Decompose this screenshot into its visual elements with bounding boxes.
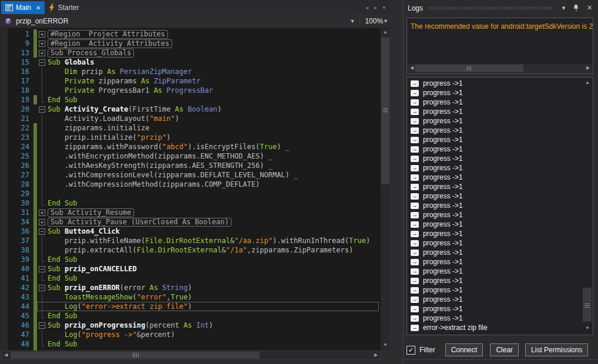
log-entry[interactable]: →progress ->1 bbox=[407, 173, 593, 182]
code-line-42[interactable]: 42−Sub przip_onERROR(error As String) bbox=[0, 283, 381, 292]
code-line-15[interactable]: 15−Sub Globals bbox=[0, 58, 381, 67]
log-entry[interactable]: →progress ->1 bbox=[407, 267, 593, 276]
scroll-down-icon[interactable]: ▼ bbox=[381, 341, 390, 349]
scrollbar-thumb[interactable] bbox=[381, 38, 389, 184]
code-line-29[interactable]: 29 bbox=[0, 189, 381, 198]
log-entry[interactable]: →progress ->1 bbox=[407, 276, 593, 285]
expand-fold-icon[interactable]: + bbox=[37, 208, 48, 217]
scrollbar-thumb[interactable] bbox=[583, 288, 592, 322]
log-entry[interactable]: →progress ->1 bbox=[407, 191, 593, 201]
code-line-21[interactable]: 21 Activity.LoadLayout("main") bbox=[0, 114, 381, 123]
code-line-27[interactable]: 27 .withCompressionLevel(zipparams.DEFLA… bbox=[0, 170, 381, 180]
code-line-28[interactable]: 28 .withCompressionMethod(zipparams.COMP… bbox=[0, 180, 381, 189]
code-line-41[interactable]: 41End Sub bbox=[0, 274, 381, 283]
log-entry[interactable]: →progress ->1 bbox=[407, 257, 593, 267]
close-panel-icon[interactable]: ✕ bbox=[585, 4, 594, 12]
code-line-26[interactable]: 26 .withAesKeyStrength(zipparams.AES_STR… bbox=[0, 161, 381, 170]
tab-list-dropdown-icon[interactable]: ▾ bbox=[382, 5, 385, 11]
scroll-up-icon[interactable]: ▲ bbox=[583, 79, 592, 87]
code-line-34[interactable]: 34+Sub Activity_Pause (UserClosed As Boo… bbox=[0, 217, 381, 227]
log-entry[interactable]: →progress ->1 bbox=[407, 285, 593, 295]
scrollbar-thumb[interactable] bbox=[415, 65, 523, 72]
scroll-tabs-right-icon[interactable]: ▸ bbox=[374, 5, 377, 11]
code-line-45[interactable]: 45End Sub bbox=[0, 311, 381, 321]
log-entry[interactable]: →progress ->1 bbox=[407, 182, 593, 191]
log-entry[interactable]: →error->extract zip file bbox=[407, 323, 593, 332]
scroll-left-icon[interactable]: ◀ bbox=[408, 64, 416, 72]
code-editor[interactable]: 1+#Region Project Attributes9+#Region Ac… bbox=[0, 28, 381, 350]
code-line-46[interactable]: 46−Sub przip_onProgressing(percent As In… bbox=[0, 321, 381, 330]
tab-main[interactable]: Main ✕ bbox=[1, 1, 45, 14]
connect-button[interactable]: Connect bbox=[445, 343, 483, 356]
code-line-24[interactable]: 24 zipparams.withPassword("abcd").isEncr… bbox=[0, 142, 381, 151]
log-entry[interactable]: →progress ->1 bbox=[407, 314, 593, 323]
code-line-30[interactable]: 30End Sub bbox=[0, 198, 381, 208]
log-entry[interactable]: →progress ->1 bbox=[407, 97, 593, 107]
code-line-38[interactable]: 38 przip.extractAll(File.DirRootExternal… bbox=[0, 245, 381, 255]
close-tab-icon[interactable]: ✕ bbox=[36, 5, 41, 11]
log-entry[interactable]: →progress ->1 bbox=[407, 220, 593, 229]
log-entry[interactable]: →progress ->1 bbox=[407, 248, 593, 257]
scroll-right-icon[interactable]: ▶ bbox=[584, 64, 592, 72]
collapse-fold-icon[interactable]: − bbox=[37, 321, 48, 330]
log-entry[interactable]: →progress ->1 bbox=[407, 79, 593, 88]
log-entry[interactable]: →progress ->1 bbox=[407, 135, 593, 144]
member-dropdown[interactable]: przip_onERROR ▼ bbox=[0, 14, 360, 28]
code-line-43[interactable]: 43 ToastMessageShow("error",True) bbox=[0, 292, 381, 302]
panel-menu-dropdown-icon[interactable]: ▾ bbox=[559, 4, 568, 12]
log-entry[interactable]: →progress ->1 bbox=[407, 201, 593, 210]
list-permissions-button[interactable]: List Permissions bbox=[525, 343, 588, 356]
log-entry[interactable]: →progress ->1 bbox=[407, 163, 593, 173]
code-line-31[interactable]: 31+Sub Activity_Resume bbox=[0, 208, 381, 217]
expand-fold-icon[interactable]: + bbox=[37, 217, 48, 227]
code-line-13[interactable]: 13+Sub Process_Globals bbox=[0, 48, 381, 58]
filter-checkbox[interactable]: ✓ bbox=[406, 346, 415, 355]
code-line-44[interactable]: 44 Log("error->extract zip file") bbox=[0, 302, 381, 311]
log-entry[interactable]: →progress ->1 bbox=[407, 144, 593, 154]
scroll-right-icon[interactable]: ▶ bbox=[372, 351, 380, 359]
code-line-18[interactable]: 18 Private ProgressBar1 As ProgressBar bbox=[0, 86, 381, 95]
code-line-48[interactable]: 48End Sub bbox=[0, 339, 381, 349]
log-entry[interactable]: →progress ->1 bbox=[407, 88, 593, 97]
log-entry[interactable]: →progress ->1 bbox=[407, 107, 593, 116]
expand-fold-icon[interactable]: + bbox=[37, 48, 48, 58]
log-list[interactable]: →progress ->1→progress ->1→progress ->1→… bbox=[406, 77, 593, 335]
code-line-40[interactable]: 40−Sub przip_onCANCELLED bbox=[0, 264, 381, 274]
warning-horizontal-scrollbar[interactable]: ◀ ▶ bbox=[408, 64, 592, 73]
code-line-39[interactable]: 39End Sub bbox=[0, 255, 381, 264]
editor-vertical-scrollbar[interactable]: ▲ ▼ bbox=[381, 28, 390, 350]
code-line-23[interactable]: 23 przip.initialize("przip") bbox=[0, 133, 381, 142]
code-line-36[interactable]: 36−Sub Button4_Click bbox=[0, 227, 381, 236]
code-line-25[interactable]: 25 .withEncryptionMethod(zipparams.ENC_M… bbox=[0, 151, 381, 161]
code-line-20[interactable]: 20−Sub Activity_Create(FirstTime As Bool… bbox=[0, 105, 381, 114]
scroll-down-icon[interactable]: ▼ bbox=[583, 324, 592, 332]
log-entry[interactable]: →progress ->1 bbox=[407, 229, 593, 238]
log-entry[interactable]: →progress ->1 bbox=[407, 304, 593, 314]
expand-fold-icon[interactable]: + bbox=[37, 39, 48, 48]
code-line-22[interactable]: 22 zipparams.initialize bbox=[0, 123, 381, 133]
collapse-fold-icon[interactable]: − bbox=[37, 227, 48, 236]
zoom-dropdown[interactable]: 100% ▼ bbox=[360, 14, 391, 28]
tab-starter[interactable]: Starter bbox=[45, 1, 83, 14]
log-entry[interactable]: →progress ->1 bbox=[407, 116, 593, 126]
code-line-17[interactable]: 17 Private zipparams As ZipParametr bbox=[0, 76, 381, 86]
collapse-fold-icon[interactable]: − bbox=[37, 58, 48, 67]
expand-fold-icon[interactable]: + bbox=[37, 29, 48, 39]
collapse-fold-icon[interactable]: − bbox=[37, 105, 48, 114]
code-line-47[interactable]: 47 Log("progress ->"&percent) bbox=[0, 330, 381, 339]
clear-button[interactable]: Clear bbox=[490, 343, 519, 356]
log-entry[interactable]: →progress ->1 bbox=[407, 126, 593, 135]
log-entry[interactable]: →progress ->1 bbox=[407, 295, 593, 304]
code-line-37[interactable]: 37 przip.withFileName(File.DirRootExtern… bbox=[0, 236, 381, 245]
scroll-up-icon[interactable]: ▲ bbox=[381, 28, 390, 36]
log-entry[interactable]: →progress ->1 bbox=[407, 154, 593, 163]
pin-icon[interactable] bbox=[572, 4, 581, 12]
log-entry[interactable]: →progress ->1 bbox=[407, 210, 593, 220]
collapse-fold-icon[interactable]: − bbox=[37, 264, 48, 274]
log-entry[interactable]: →progress ->1 bbox=[407, 238, 593, 248]
scrollbar-thumb[interactable] bbox=[11, 352, 260, 359]
log-vertical-scrollbar[interactable]: ▲ ▼ bbox=[583, 79, 592, 333]
code-line-9[interactable]: 9+#Region Activity Attributes bbox=[0, 39, 381, 48]
editor-horizontal-scrollbar[interactable]: ◀ ▶ bbox=[1, 350, 381, 360]
collapse-fold-icon[interactable]: − bbox=[37, 283, 48, 292]
